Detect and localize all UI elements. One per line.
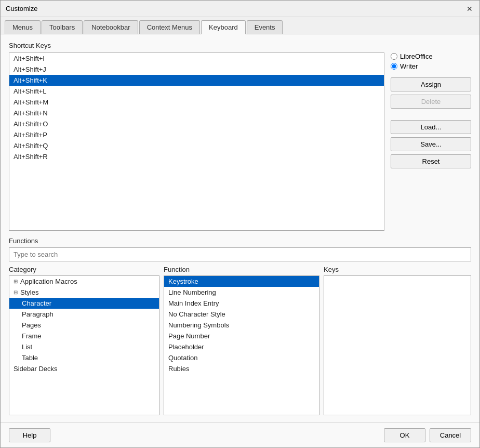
assign-button[interactable]: Assign xyxy=(391,77,471,91)
function-item[interactable]: Line Numbering xyxy=(164,287,319,298)
category-label: Pages xyxy=(22,321,41,329)
load-button[interactable]: Load... xyxy=(391,120,471,134)
libreoffice-label: LibreOffice xyxy=(400,52,433,60)
category-item[interactable]: Table xyxy=(9,352,159,363)
category-label: List xyxy=(22,343,32,351)
functions-label: Functions xyxy=(9,237,471,245)
close-button[interactable]: ✕ xyxy=(465,4,474,14)
tab-keyboard[interactable]: Keyboard xyxy=(201,20,246,34)
tab-bar: MenusToolbarsNotebookbarContext MenusKey… xyxy=(1,17,479,34)
shortcut-item[interactable]: Alt+Shift+J xyxy=(9,64,384,75)
delete-button[interactable]: Delete xyxy=(391,95,471,109)
libreoffice-radio[interactable] xyxy=(391,53,397,60)
category-item[interactable]: Pages xyxy=(9,320,159,331)
category-label: Application Macros xyxy=(20,278,77,285)
shortcut-item[interactable]: Alt+Shift+I xyxy=(9,53,384,64)
shortcut-item[interactable]: Alt+Shift+M xyxy=(9,97,384,108)
function-item[interactable]: Rubies xyxy=(164,363,319,374)
shortcut-item[interactable]: Alt+Shift+P xyxy=(9,129,384,140)
shortcut-item[interactable]: Alt+Shift+O xyxy=(9,118,384,129)
category-item[interactable]: Character xyxy=(9,298,159,309)
category-header: Category xyxy=(9,266,159,273)
reset-button[interactable]: Reset xyxy=(391,154,471,168)
keys-list[interactable] xyxy=(324,275,471,415)
customize-dialog: Customize ✕ MenusToolbarsNotebookbarCont… xyxy=(0,0,480,448)
function-item[interactable]: Placeholder xyxy=(164,341,319,352)
writer-radio[interactable] xyxy=(391,63,397,70)
cancel-button[interactable]: Cancel xyxy=(430,428,471,442)
tab-toolbars[interactable]: Toolbars xyxy=(42,20,83,34)
keys-header: Keys xyxy=(324,266,471,273)
expand-icon: ⊞ xyxy=(14,279,18,284)
shortcut-item[interactable]: Alt+Shift+Q xyxy=(9,140,384,151)
tab-notebookbar[interactable]: Notebookbar xyxy=(84,20,138,34)
category-item[interactable]: Frame xyxy=(9,331,159,341)
content-area: Shortcut Keys Alt+Shift+IAlt+Shift+JAlt+… xyxy=(1,34,479,423)
function-header: Function xyxy=(164,266,319,273)
keys-column: Keys xyxy=(324,266,471,415)
category-item[interactable]: List xyxy=(9,341,159,352)
function-item[interactable]: No Character Style xyxy=(164,309,319,320)
function-item[interactable]: Page Number xyxy=(164,331,319,341)
shortcut-item[interactable]: Alt+Shift+L xyxy=(9,86,384,97)
category-list[interactable]: ⊞Application Macros⊟StylesCharacterParag… xyxy=(9,275,159,415)
tab-menus[interactable]: Menus xyxy=(5,20,41,34)
function-item[interactable]: Numbering Symbols xyxy=(164,320,319,331)
category-label: Table xyxy=(22,354,38,362)
category-item[interactable]: ⊞Application Macros xyxy=(9,276,159,287)
shortcut-item[interactable]: Alt+Shift+N xyxy=(9,108,384,118)
writer-radio-row[interactable]: Writer xyxy=(391,62,471,70)
save-button[interactable]: Save... xyxy=(391,137,471,151)
category-label: Character xyxy=(22,299,51,307)
shortcut-list[interactable]: Alt+Shift+IAlt+Shift+JAlt+Shift+KAlt+Shi… xyxy=(9,52,384,231)
libreoffice-radio-row[interactable]: LibreOffice xyxy=(391,52,471,60)
shortcut-item[interactable]: Alt+Shift+R xyxy=(9,151,384,162)
tab-events[interactable]: Events xyxy=(247,20,283,34)
category-label: Frame xyxy=(22,332,42,340)
category-label: Sidebar Decks xyxy=(14,365,58,373)
category-item[interactable]: ⊟Styles xyxy=(9,287,159,298)
three-col-area: Category ⊞Application Macros⊟StylesChara… xyxy=(9,266,471,415)
shortcut-keys-label: Shortcut Keys xyxy=(9,42,471,49)
shortcut-item[interactable]: Alt+Shift+K xyxy=(9,75,384,86)
function-item[interactable]: Keystroke xyxy=(164,276,319,287)
tab-context_menus[interactable]: Context Menus xyxy=(139,20,200,34)
dialog-title: Customize xyxy=(6,5,37,12)
function-item[interactable]: Main Index Entry xyxy=(164,298,319,309)
right-panel: LibreOffice Writer Assign Delete Load...… xyxy=(391,52,471,231)
ok-button[interactable]: OK xyxy=(384,428,425,442)
radio-group: LibreOffice Writer xyxy=(391,52,471,70)
collapse-icon: ⊟ xyxy=(14,289,18,295)
function-item[interactable]: Quotation xyxy=(164,352,319,363)
category-label: Paragraph xyxy=(22,310,54,318)
shortcut-panel: Alt+Shift+IAlt+Shift+JAlt+Shift+KAlt+Shi… xyxy=(9,52,384,231)
category-item[interactable]: Sidebar Decks xyxy=(9,363,159,374)
category-label: Styles xyxy=(20,288,38,296)
main-area: Alt+Shift+IAlt+Shift+JAlt+Shift+KAlt+Shi… xyxy=(9,52,471,231)
action-buttons: Assign Delete Load... Save... Reset xyxy=(391,77,471,168)
function-column: Function KeystrokeLine NumberingMain Ind… xyxy=(164,266,319,415)
category-item[interactable]: Paragraph xyxy=(9,309,159,320)
category-column: Category ⊞Application Macros⊟StylesChara… xyxy=(9,266,159,415)
writer-label: Writer xyxy=(400,62,418,70)
search-input[interactable] xyxy=(9,247,471,261)
bottom-bar: Help OK Cancel xyxy=(1,423,479,447)
functions-section: Functions Category ⊞Application Macros⊟S… xyxy=(9,237,471,415)
ok-cancel-buttons: OK Cancel xyxy=(384,428,471,442)
title-bar: Customize ✕ xyxy=(1,1,479,17)
help-button[interactable]: Help xyxy=(9,428,50,442)
function-list[interactable]: KeystrokeLine NumberingMain Index EntryN… xyxy=(164,275,319,415)
